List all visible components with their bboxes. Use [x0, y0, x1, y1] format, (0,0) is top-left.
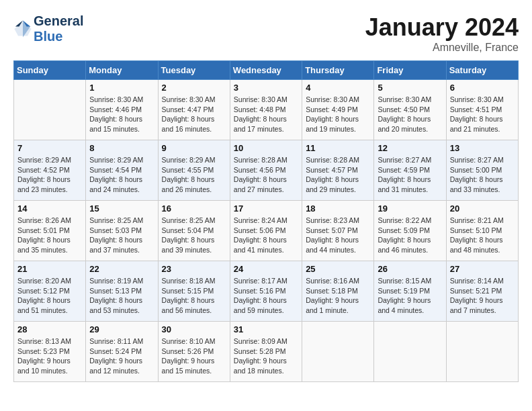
calendar-cell: 4Sunrise: 8:30 AMSunset: 4:49 PMDaylight… [302, 80, 374, 140]
day-number: 25 [306, 264, 370, 274]
day-info: Sunrise: 8:28 AMSunset: 4:56 PMDaylight:… [234, 155, 298, 195]
day-info: Sunrise: 8:30 AMSunset: 4:47 PMDaylight:… [162, 95, 226, 134]
day-number: 8 [89, 143, 154, 153]
day-number: 19 [378, 203, 442, 214]
day-info: Sunrise: 8:24 AMSunset: 5:06 PMDaylight:… [234, 216, 298, 255]
day-number: 16 [162, 203, 226, 214]
calendar-cell: 25Sunrise: 8:16 AMSunset: 5:18 PMDayligh… [302, 261, 374, 322]
weekday-header-friday: Friday [374, 61, 446, 80]
day-info: Sunrise: 8:30 AMSunset: 4:46 PMDaylight:… [89, 95, 154, 134]
weekday-header-saturday: Saturday [446, 61, 518, 80]
weekday-header-thursday: Thursday [302, 61, 374, 80]
logo: General Blue [13, 13, 83, 44]
day-number: 6 [450, 83, 515, 93]
day-number: 10 [234, 143, 298, 153]
day-info: Sunrise: 8:18 AMSunset: 5:15 PMDaylight:… [162, 276, 226, 316]
day-info: Sunrise: 8:27 AMSunset: 5:00 PMDaylight:… [450, 155, 515, 195]
day-info: Sunrise: 8:30 AMSunset: 4:49 PMDaylight:… [306, 95, 370, 134]
calendar-cell: 10Sunrise: 8:28 AMSunset: 4:56 PMDayligh… [230, 140, 302, 201]
day-info: Sunrise: 8:28 AMSunset: 4:57 PMDaylight:… [306, 155, 370, 195]
calendar-cell: 5Sunrise: 8:30 AMSunset: 4:50 PMDaylight… [374, 80, 446, 140]
day-info: Sunrise: 8:13 AMSunset: 5:23 PMDaylight:… [17, 336, 82, 376]
day-number: 11 [306, 143, 370, 153]
calendar-cell: 9Sunrise: 8:29 AMSunset: 4:55 PMDaylight… [158, 140, 230, 201]
day-info: Sunrise: 8:27 AMSunset: 4:59 PMDaylight:… [378, 155, 442, 195]
day-info: Sunrise: 8:26 AMSunset: 5:01 PMDaylight:… [17, 216, 82, 255]
calendar-cell: 20Sunrise: 8:21 AMSunset: 5:10 PMDayligh… [446, 201, 518, 261]
calendar-cell: 28Sunrise: 8:13 AMSunset: 5:23 PMDayligh… [14, 322, 86, 382]
day-number: 18 [306, 203, 370, 214]
day-number: 2 [162, 83, 226, 93]
day-number: 20 [450, 203, 515, 214]
calendar-cell: 6Sunrise: 8:30 AMSunset: 4:51 PMDaylight… [446, 80, 518, 140]
calendar-cell: 16Sunrise: 8:25 AMSunset: 5:04 PMDayligh… [158, 201, 230, 261]
calendar-cell: 24Sunrise: 8:17 AMSunset: 5:16 PMDayligh… [230, 261, 302, 322]
calendar-cell: 31Sunrise: 8:09 AMSunset: 5:28 PMDayligh… [230, 322, 302, 382]
weekday-header-wednesday: Wednesday [230, 61, 302, 80]
month-title: January 2024 [365, 13, 519, 42]
day-info: Sunrise: 8:29 AMSunset: 4:54 PMDaylight:… [89, 155, 154, 195]
calendar-cell: 14Sunrise: 8:26 AMSunset: 5:01 PMDayligh… [14, 201, 86, 261]
weekday-header-sunday: Sunday [14, 61, 86, 80]
location: Amneville, France [365, 42, 519, 54]
calendar-week-row: 21Sunrise: 8:20 AMSunset: 5:12 PMDayligh… [14, 261, 519, 322]
day-info: Sunrise: 8:20 AMSunset: 5:12 PMDaylight:… [17, 276, 82, 316]
day-info: Sunrise: 8:29 AMSunset: 4:55 PMDaylight:… [162, 155, 226, 195]
day-number: 23 [162, 264, 226, 274]
day-info: Sunrise: 8:19 AMSunset: 5:13 PMDaylight:… [89, 276, 154, 316]
logo-text: General Blue [34, 13, 83, 44]
calendar-week-row: 7Sunrise: 8:29 AMSunset: 4:52 PMDaylight… [14, 140, 519, 201]
calendar-cell: 21Sunrise: 8:20 AMSunset: 5:12 PMDayligh… [14, 261, 86, 322]
weekday-header-monday: Monday [86, 61, 158, 80]
calendar-cell: 17Sunrise: 8:24 AMSunset: 5:06 PMDayligh… [230, 201, 302, 261]
calendar-week-row: 28Sunrise: 8:13 AMSunset: 5:23 PMDayligh… [14, 322, 519, 382]
day-number: 13 [450, 143, 515, 153]
calendar-cell: 27Sunrise: 8:14 AMSunset: 5:21 PMDayligh… [446, 261, 518, 322]
day-number: 3 [234, 83, 298, 93]
calendar-cell: 19Sunrise: 8:22 AMSunset: 5:09 PMDayligh… [374, 201, 446, 261]
calendar-cell: 15Sunrise: 8:25 AMSunset: 5:03 PMDayligh… [86, 201, 158, 261]
calendar-cell [374, 322, 446, 382]
day-number: 4 [306, 83, 370, 93]
day-info: Sunrise: 8:14 AMSunset: 5:21 PMDaylight:… [450, 276, 515, 316]
day-info: Sunrise: 8:11 AMSunset: 5:24 PMDaylight:… [89, 336, 154, 376]
day-number: 27 [450, 264, 515, 274]
calendar-table: SundayMondayTuesdayWednesdayThursdayFrid… [13, 60, 519, 382]
day-number: 30 [162, 324, 226, 334]
day-number: 28 [17, 324, 82, 334]
day-number: 14 [17, 203, 82, 214]
day-number: 9 [162, 143, 226, 153]
day-number: 1 [89, 83, 154, 93]
day-info: Sunrise: 8:25 AMSunset: 5:03 PMDaylight:… [89, 216, 154, 255]
calendar-week-row: 14Sunrise: 8:26 AMSunset: 5:01 PMDayligh… [14, 201, 519, 261]
calendar-cell: 3Sunrise: 8:30 AMSunset: 4:48 PMDaylight… [230, 80, 302, 140]
title-block: January 2024 Amneville, France [365, 13, 519, 54]
day-number: 26 [378, 264, 442, 274]
calendar-cell [14, 80, 86, 140]
day-info: Sunrise: 8:29 AMSunset: 4:52 PMDaylight:… [17, 155, 82, 195]
calendar-cell: 13Sunrise: 8:27 AMSunset: 5:00 PMDayligh… [446, 140, 518, 201]
calendar-cell: 18Sunrise: 8:23 AMSunset: 5:07 PMDayligh… [302, 201, 374, 261]
day-number: 22 [89, 264, 154, 274]
day-info: Sunrise: 8:16 AMSunset: 5:18 PMDaylight:… [306, 276, 370, 316]
calendar-cell: 8Sunrise: 8:29 AMSunset: 4:54 PMDaylight… [86, 140, 158, 201]
day-info: Sunrise: 8:25 AMSunset: 5:04 PMDaylight:… [162, 216, 226, 255]
calendar-cell: 7Sunrise: 8:29 AMSunset: 4:52 PMDaylight… [14, 140, 86, 201]
day-info: Sunrise: 8:22 AMSunset: 5:09 PMDaylight:… [378, 216, 442, 255]
day-info: Sunrise: 8:17 AMSunset: 5:16 PMDaylight:… [234, 276, 298, 316]
day-info: Sunrise: 8:30 AMSunset: 4:51 PMDaylight:… [450, 95, 515, 134]
calendar-cell [302, 322, 374, 382]
day-info: Sunrise: 8:23 AMSunset: 5:07 PMDaylight:… [306, 216, 370, 255]
calendar-cell [446, 322, 518, 382]
day-number: 12 [378, 143, 442, 153]
calendar-cell: 11Sunrise: 8:28 AMSunset: 4:57 PMDayligh… [302, 140, 374, 201]
day-info: Sunrise: 8:21 AMSunset: 5:10 PMDaylight:… [450, 216, 515, 255]
day-number: 31 [234, 324, 298, 334]
weekday-header-tuesday: Tuesday [158, 61, 230, 80]
day-info: Sunrise: 8:30 AMSunset: 4:50 PMDaylight:… [378, 95, 442, 134]
calendar-cell: 26Sunrise: 8:15 AMSunset: 5:19 PMDayligh… [374, 261, 446, 322]
weekday-header-row: SundayMondayTuesdayWednesdayThursdayFrid… [14, 61, 519, 80]
day-info: Sunrise: 8:10 AMSunset: 5:26 PMDaylight:… [162, 336, 226, 376]
page-header: General Blue January 2024 Amneville, Fra… [13, 13, 519, 54]
day-number: 29 [89, 324, 154, 334]
